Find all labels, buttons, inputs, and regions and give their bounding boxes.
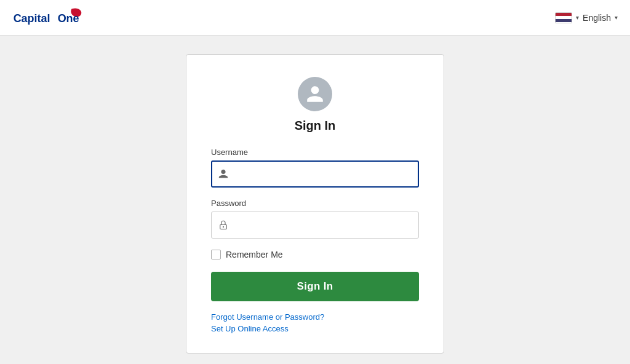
sign-in-title: Sign In bbox=[295, 119, 336, 133]
setup-online-access-link[interactable]: Set Up Online Access bbox=[211, 324, 419, 333]
lock-icon bbox=[217, 219, 229, 231]
svg-point-3 bbox=[223, 226, 224, 228]
language-chevron-icon: ▾ bbox=[615, 14, 618, 21]
svg-text:One: One bbox=[58, 12, 79, 24]
user-icon bbox=[305, 84, 325, 104]
avatar bbox=[298, 77, 332, 111]
remember-me-checkbox[interactable] bbox=[211, 250, 221, 259]
login-card: Sign In Username Password bbox=[186, 54, 444, 354]
us-flag-icon bbox=[555, 12, 572, 23]
password-label: Password bbox=[211, 199, 419, 208]
username-icon bbox=[217, 168, 229, 180]
username-input-wrapper bbox=[211, 160, 419, 188]
forgot-credentials-link[interactable]: Forgot Username or Password? bbox=[211, 312, 419, 322]
logo-area: Capital One bbox=[12, 7, 83, 29]
password-group: Password bbox=[211, 199, 419, 239]
remember-me-group: Remember Me bbox=[211, 250, 419, 259]
remember-me-label: Remember Me bbox=[226, 250, 283, 259]
capital-one-logo: Capital One bbox=[12, 7, 83, 29]
flag-chevron-icon: ▾ bbox=[576, 14, 579, 21]
language-label: English bbox=[583, 13, 611, 23]
svg-text:Capital: Capital bbox=[14, 12, 50, 24]
language-selector[interactable]: ▾ English ▾ bbox=[555, 12, 618, 23]
main-content: Sign In Username Password bbox=[0, 36, 630, 364]
sign-in-button[interactable]: Sign In bbox=[211, 272, 419, 301]
username-label: Username bbox=[211, 148, 419, 157]
username-group: Username bbox=[211, 148, 419, 188]
header: Capital One ▾ English ▾ bbox=[0, 0, 630, 36]
password-input[interactable] bbox=[211, 212, 419, 239]
links-area: Forgot Username or Password? Set Up Onli… bbox=[211, 312, 419, 333]
password-input-wrapper bbox=[211, 212, 419, 239]
username-input[interactable] bbox=[211, 160, 419, 188]
